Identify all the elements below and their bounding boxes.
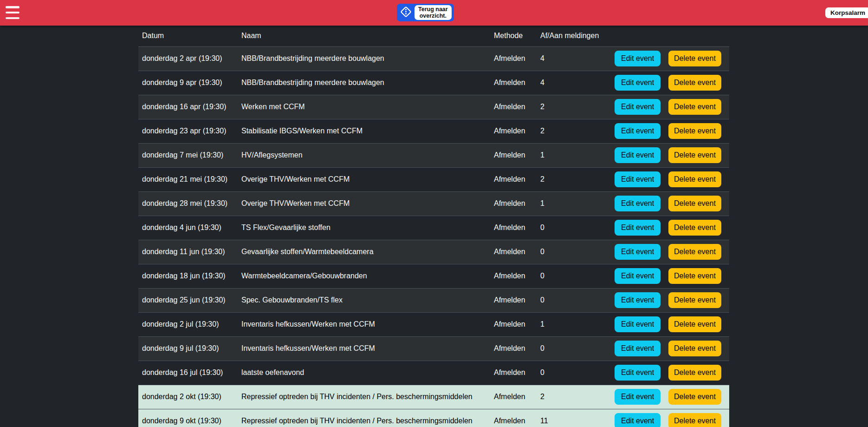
edit-event-button[interactable]: Edit event: [615, 413, 661, 427]
naam-cell: Gevaarlijke stoffen/Warmtebeeldcamera: [238, 240, 490, 264]
edit-cell: Edit event: [611, 240, 665, 264]
edit-event-button[interactable]: Edit event: [615, 341, 661, 356]
datum-cell: donderdag 2 apr (19:30): [138, 46, 238, 71]
delete-cell: Delete event: [665, 71, 729, 95]
header-edit-actions: [611, 26, 665, 46]
edit-event-button[interactable]: Edit event: [615, 75, 661, 91]
delete-event-button[interactable]: Delete event: [668, 171, 721, 187]
datum-cell: donderdag 18 jun (19:30): [138, 264, 238, 288]
datum-cell: donderdag 21 mei (19:30): [138, 167, 238, 191]
meldingen-cell: 0: [537, 336, 611, 361]
edit-event-button[interactable]: Edit event: [615, 292, 661, 308]
delete-event-button[interactable]: Delete event: [668, 196, 721, 211]
delete-cell: Delete event: [665, 361, 729, 385]
delete-cell: Delete event: [665, 288, 729, 312]
edit-event-button[interactable]: Edit event: [615, 123, 661, 139]
delete-cell: Delete event: [665, 264, 729, 288]
delete-cell: Delete event: [665, 191, 729, 216]
event-row: donderdag 28 mei (19:30) Overige THV/Wer…: [138, 191, 729, 216]
event-row: donderdag 4 jun (19:30) TS Flex/Gevaarli…: [138, 216, 729, 240]
meldingen-cell: 2: [537, 385, 611, 409]
event-row: donderdag 18 jun (19:30) Warmtebeeldcame…: [138, 264, 729, 288]
naam-cell: Overige THV/Werken met CCFM: [238, 167, 490, 191]
event-row: donderdag 7 mei (19:30) HV/Aflegsystemen…: [138, 143, 729, 167]
delete-event-button[interactable]: Delete event: [668, 389, 721, 405]
event-row: donderdag 21 mei (19:30) Overige THV/Wer…: [138, 167, 729, 191]
event-row: donderdag 2 apr (19:30) NBB/Brandbestrij…: [138, 46, 729, 71]
delete-event-button[interactable]: Delete event: [668, 244, 721, 260]
naam-cell: Spec. Gebouwbranden/TS flex: [238, 288, 490, 312]
delete-cell: Delete event: [665, 46, 729, 71]
header-naam: Naam: [238, 26, 490, 46]
naam-cell: HV/Aflegsystemen: [238, 143, 490, 167]
delete-cell: Delete event: [665, 167, 729, 191]
methode-cell: Afmelden: [490, 240, 537, 264]
edit-event-button[interactable]: Edit event: [615, 268, 661, 284]
edit-event-button[interactable]: Edit event: [615, 389, 661, 405]
datum-cell: donderdag 9 jul (19:30): [138, 336, 238, 361]
edit-event-button[interactable]: Edit event: [615, 316, 661, 332]
naam-cell: Inventaris hefkussen/Werken met CCFM: [238, 312, 490, 336]
edit-cell: Edit event: [611, 336, 665, 361]
delete-event-button[interactable]: Delete event: [668, 292, 721, 308]
event-row: donderdag 9 jul (19:30) Inventaris hefku…: [138, 336, 729, 361]
datum-cell: donderdag 16 apr (19:30): [138, 95, 238, 119]
delete-event-button[interactable]: Delete event: [668, 220, 721, 236]
edit-cell: Edit event: [611, 143, 665, 167]
edit-event-button[interactable]: Edit event: [615, 220, 661, 236]
datum-cell: donderdag 16 jul (19:30): [138, 361, 238, 385]
datum-cell: donderdag 11 jun (19:30): [138, 240, 238, 264]
meldingen-cell: 0: [537, 216, 611, 240]
naam-cell: Inventaris hefkussen/Werken met CCFM: [238, 336, 490, 361]
methode-cell: Afmelden: [490, 385, 537, 409]
edit-event-button[interactable]: Edit event: [615, 196, 661, 211]
meldingen-cell: 0: [537, 240, 611, 264]
methode-cell: Afmelden: [490, 119, 537, 143]
header-methode: Methode: [490, 26, 537, 46]
delete-event-button[interactable]: Delete event: [668, 75, 721, 91]
edit-event-button[interactable]: Edit event: [615, 171, 661, 187]
delete-event-button[interactable]: Delete event: [668, 413, 721, 427]
event-row: donderdag 16 jul (19:30) laatste oefenav…: [138, 361, 729, 385]
top-navbar: Terug naar overzicht. Korpsalarm: [0, 0, 868, 26]
edit-cell: Edit event: [611, 312, 665, 336]
delete-event-button[interactable]: Delete event: [668, 268, 721, 284]
naam-cell: Repressief optreden bij THV incidenten /…: [238, 385, 490, 409]
datum-cell: donderdag 2 okt (19:30): [138, 385, 238, 409]
event-row: donderdag 2 okt (19:30) Repressief optre…: [138, 385, 729, 409]
delete-event-button[interactable]: Delete event: [668, 365, 721, 381]
delete-cell: Delete event: [665, 95, 729, 119]
delete-cell: Delete event: [665, 385, 729, 409]
meldingen-cell: 1: [537, 191, 611, 216]
edit-event-button[interactable]: Edit event: [615, 99, 661, 115]
delete-event-button[interactable]: Delete event: [668, 341, 721, 356]
methode-cell: Afmelden: [490, 264, 537, 288]
methode-cell: Afmelden: [490, 288, 537, 312]
edit-cell: Edit event: [611, 46, 665, 71]
back-button-label: Terug naar overzicht.: [415, 5, 452, 20]
event-row: donderdag 11 jun (19:30) Gevaarlijke sto…: [138, 240, 729, 264]
event-row: donderdag 9 okt (19:30) Repressief optre…: [138, 409, 729, 427]
edit-event-button[interactable]: Edit event: [615, 365, 661, 381]
delete-event-button[interactable]: Delete event: [668, 147, 721, 163]
delete-event-button[interactable]: Delete event: [668, 316, 721, 332]
hamburger-menu-icon[interactable]: [6, 6, 19, 19]
event-row: donderdag 23 apr (19:30) Stabilisatie IB…: [138, 119, 729, 143]
edit-event-button[interactable]: Edit event: [615, 147, 661, 163]
methode-cell: Afmelden: [490, 71, 537, 95]
delete-event-button[interactable]: Delete event: [668, 99, 721, 115]
edit-cell: Edit event: [611, 95, 665, 119]
header-datum: Datum: [138, 26, 238, 46]
delete-cell: Delete event: [665, 336, 729, 361]
naam-cell: NBB/Brandbestrijding meerdere bouwlagen: [238, 71, 490, 95]
edit-event-button[interactable]: Edit event: [615, 244, 661, 260]
route-diamond-icon: [400, 6, 412, 20]
delete-cell: Delete event: [665, 119, 729, 143]
korpsalarm-button[interactable]: Korpsalarm: [825, 7, 868, 18]
naam-cell: Warmtebeeldcamera/Gebouwbranden: [238, 264, 490, 288]
delete-cell: Delete event: [665, 216, 729, 240]
edit-event-button[interactable]: Edit event: [615, 51, 661, 66]
delete-event-button[interactable]: Delete event: [668, 51, 721, 66]
back-to-overview-button[interactable]: Terug naar overzicht.: [397, 4, 454, 21]
delete-event-button[interactable]: Delete event: [668, 123, 721, 139]
